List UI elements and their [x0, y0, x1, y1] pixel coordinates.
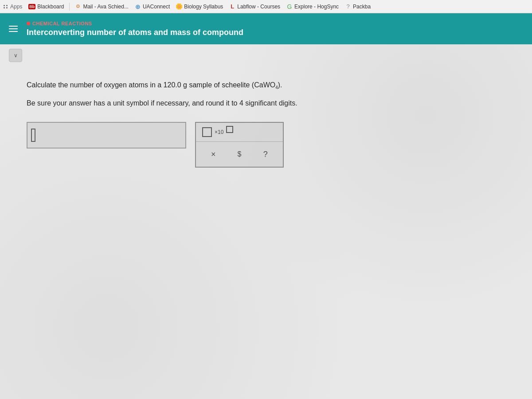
blackboard-icon: Bb	[28, 4, 35, 9]
chapter-label: CHEMICAL REACTIONS	[27, 21, 243, 26]
bookmark-biology[interactable]: 🌼 Biology Syllabus	[174, 3, 225, 11]
bookmark-hogsync[interactable]: G Explore - HogSync	[285, 3, 340, 11]
labflow-label: Labflow - Courses	[237, 4, 280, 10]
sci-notation-top[interactable]: ×10	[196, 123, 283, 142]
bookmark-blackboard[interactable]: Bb Blackboard	[27, 3, 66, 11]
sci-main-box	[202, 127, 212, 137]
bookmarks-bar: Apps Bb Blackboard ⚙ Mail - Ava Schied..…	[0, 0, 532, 13]
chevron-down-icon: ∨	[14, 52, 18, 59]
uaconnect-icon: ⊕	[135, 4, 141, 10]
main-area: CHEMICAL REACTIONS Interconverting numbe…	[0, 13, 532, 399]
multiply-button[interactable]: ×	[205, 146, 221, 162]
packba-label: Packba	[353, 4, 371, 10]
question-title: Interconverting number of atoms and mass…	[27, 28, 243, 37]
question-button[interactable]: ?	[258, 146, 274, 162]
hamburger-line-3	[9, 31, 18, 32]
divider-1	[69, 3, 70, 11]
labflow-icon: L	[229, 4, 235, 10]
packba-icon: ?	[345, 4, 351, 10]
mail-icon: ⚙	[75, 4, 81, 10]
answer-input-box[interactable]	[27, 122, 186, 149]
mail-label: Mail - Ava Schied...	[83, 4, 129, 10]
hamburger-line-1	[9, 26, 18, 27]
question-area: ∨ Calculate the number of oxygen atoms i…	[0, 44, 532, 399]
times-10-label: ×10	[215, 129, 223, 135]
apps-section: Apps	[4, 4, 22, 10]
hamburger-line-2	[9, 28, 18, 29]
sci-exp-box	[226, 126, 233, 133]
hogsync-label: Explore - HogSync	[294, 4, 339, 10]
chevron-down-button[interactable]: ∨	[9, 49, 22, 62]
biology-label: Biology Syllabus	[184, 4, 223, 10]
bookmark-labflow[interactable]: L Labflow - Courses	[227, 3, 282, 11]
sci-notation-widget: ×10 × $ ?	[195, 122, 284, 168]
blackboard-label: Blackboard	[37, 4, 64, 10]
header-text-block: CHEMICAL REACTIONS Interconverting numbe…	[27, 21, 243, 37]
answer-area: ×10 × $ ?	[27, 122, 505, 168]
bookmark-packba[interactable]: ? Packba	[343, 3, 372, 11]
bookmark-mail[interactable]: ⚙ Mail - Ava Schied...	[73, 3, 130, 11]
apps-grid-icon	[4, 5, 8, 8]
uaconnect-label: UAConnect	[143, 4, 170, 10]
hogsync-icon: G	[286, 4, 293, 10]
cursor-indicator	[31, 129, 35, 142]
bookmark-uaconnect[interactable]: ⊕ UAConnect	[133, 3, 172, 11]
dollar-button[interactable]: $	[231, 146, 247, 162]
apps-label: Apps	[10, 4, 22, 10]
chapter-label-text: CHEMICAL REACTIONS	[32, 21, 92, 26]
hamburger-menu[interactable]	[9, 26, 18, 32]
biology-icon: 🌼	[176, 4, 182, 10]
question-header: CHEMICAL REACTIONS Interconverting numbe…	[0, 13, 532, 44]
chapter-dot-icon	[27, 22, 30, 25]
question-instruction: Be sure your answer has a unit symbol if…	[27, 98, 505, 109]
sci-notation-buttons: × $ ?	[196, 142, 283, 167]
question-text: Calculate the number of oxygen atoms in …	[27, 80, 505, 91]
